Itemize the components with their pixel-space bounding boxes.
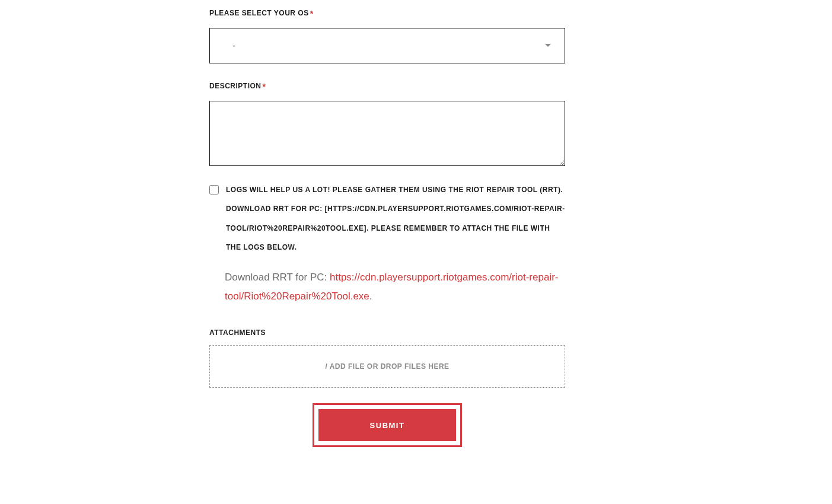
os-select[interactable]: - — [209, 28, 565, 63]
helper-suffix: . — [369, 291, 372, 302]
submit-button-label: SUBMIT — [370, 421, 405, 430]
os-select-wrapper: - — [209, 28, 565, 63]
support-form: PLEASE SELECT YOUR OS* - DESCRIPTION* LO… — [209, 7, 565, 447]
attachments-label: ATTACHMENTS — [209, 328, 565, 337]
os-select-value: - — [232, 41, 235, 50]
description-field-group: DESCRIPTION* — [209, 80, 565, 168]
logs-checkbox[interactable] — [209, 185, 219, 194]
logs-checkbox-label: LOGS WILL HELP US A LOT! PLEASE GATHER T… — [226, 180, 565, 257]
os-field-group: PLEASE SELECT YOUR OS* - — [209, 7, 565, 63]
required-asterisk: * — [310, 9, 314, 18]
attachments-dropzone[interactable]: / ADD FILE OR DROP FILES HERE — [209, 345, 565, 388]
description-label-text: DESCRIPTION — [209, 82, 262, 90]
description-label: DESCRIPTION* — [209, 82, 266, 91]
os-label-text: PLEASE SELECT YOUR OS — [209, 9, 309, 17]
submit-wrapper: SUBMIT — [209, 403, 565, 447]
dropzone-text: / ADD FILE OR DROP FILES HERE — [325, 362, 449, 371]
os-label: PLEASE SELECT YOUR OS* — [209, 9, 314, 18]
required-asterisk: * — [263, 82, 266, 91]
download-helper-text: Download RRT for PC: https://cdn.players… — [225, 268, 565, 307]
submit-highlight-box: SUBMIT — [313, 403, 462, 447]
helper-prefix: Download RRT for PC: — [225, 272, 330, 283]
description-textarea[interactable] — [209, 101, 565, 166]
submit-button[interactable]: SUBMIT — [318, 409, 456, 441]
logs-checkbox-row: LOGS WILL HELP US A LOT! PLEASE GATHER T… — [209, 185, 565, 257]
